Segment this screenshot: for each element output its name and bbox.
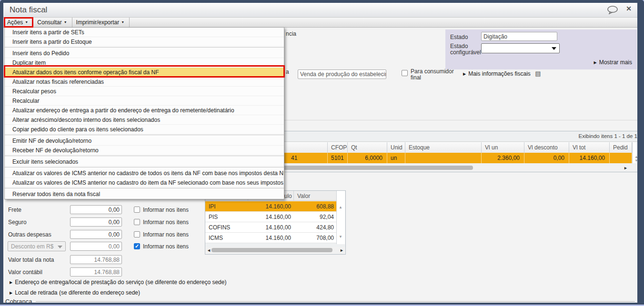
tax-row-ipi[interactable]: IPI 14.160,00 608,88	[205, 201, 337, 212]
tax-row-pis[interactable]: PIS 14.160,00 92,04	[205, 212, 337, 222]
chevron-down-icon: ▼	[64, 20, 67, 24]
scroll-left-icon[interactable]: ◄	[207, 248, 211, 253]
estado-configuravel-select[interactable]	[481, 43, 560, 53]
desconto-informar-checkbox[interactable]	[134, 243, 140, 249]
menu-item-emitir-nf-devolucao[interactable]: Emitir NF de devolução/retorno	[5, 136, 284, 146]
column-header-pedido[interactable]: Pedid	[610, 142, 632, 153]
scrollbar-thumb[interactable]	[211, 248, 332, 252]
outras-despesas-informar-checkbox[interactable]	[134, 231, 140, 237]
menu-item-receber-nf-devolucao[interactable]: Receber NF de devolução/retorno	[5, 146, 284, 155]
titlebar: Nota fiscal ✕	[3, 3, 637, 18]
menu-item-atualizar-nf-referenciadas[interactable]: Atualizar notas fiscais referenciadas	[5, 77, 284, 87]
mais-informacoes-fiscais-link[interactable]: ▶Mais informações fiscais ▤	[463, 70, 541, 77]
seguro-informar-label: Informar nos itens	[143, 219, 189, 226]
menu-item-duplicar-item[interactable]: Duplicar item	[5, 58, 284, 68]
menu-item-inserir-estoque[interactable]: Inserir itens a partir do Estoque	[5, 37, 284, 47]
menu-item-atualizar-dados-itens[interactable]: Atualizar dados dos itens conforme opera…	[5, 68, 284, 77]
items-vertical-scrollbar[interactable]: ▲ ▼	[632, 142, 637, 163]
column-header-estoque[interactable]: Estoque	[405, 142, 482, 153]
consumidor-label-line1: Para consumidor	[411, 68, 454, 75]
cell-unid: un	[387, 153, 405, 163]
page-title: Nota fiscal	[10, 5, 47, 15]
menu-imprimir-label: Imprimir/exportar	[76, 19, 120, 26]
menu-imprimir-button[interactable]: Imprimir/exportar▼	[72, 18, 130, 27]
cell-valor: 92,04	[294, 212, 337, 222]
menubar: Ações▼ Consultar▼ Imprimir/exportar▼	[3, 18, 637, 28]
para-consumidor-final-label: Para consumidor final	[411, 69, 454, 81]
endereco-entrega-link[interactable]: ▶Endereço de entrega/local de prestação …	[10, 279, 226, 286]
menu-item-reservar-todos-itens[interactable]: Reservar todos itens da nota fiscal	[5, 189, 284, 199]
column-header-cfop[interactable]: CFOP	[328, 142, 348, 153]
menu-item-copiar-pedido-cliente[interactable]: Copiar pedido do cliente para os itens s…	[5, 125, 284, 134]
para-consumidor-final-checkbox[interactable]	[402, 70, 408, 76]
scroll-up-icon[interactable]: ▲	[339, 205, 342, 209]
chevron-down-icon: ▼	[121, 20, 124, 24]
impostos-horizontal-scrollbar[interactable]: ◄ ►	[205, 247, 345, 254]
cell-base: 14.160,00	[248, 222, 294, 232]
valor-contabil-input[interactable]: 14.768,88	[70, 267, 122, 276]
window-content: Nota fiscal ✕ Ações▼ Consultar▼	[3, 3, 637, 303]
local-retirada-link[interactable]: ▶Local de retirada (se diferente do ende…	[10, 289, 140, 296]
estado-input[interactable]: Digitação	[481, 32, 557, 41]
close-icon[interactable]: ✕	[626, 5, 632, 12]
column-header-vl-un[interactable]: Vl un	[482, 142, 524, 153]
column-header-vl-tot[interactable]: Vl tot	[569, 142, 610, 153]
menu-item-alterar-acrescimo-desconto[interactable]: Alterar acréscimo/desconto interno dos i…	[5, 115, 284, 125]
acoes-dropdown-menu: Inserir itens a partir de SETs Inserir i…	[4, 27, 284, 199]
comment-bubble-icon[interactable]	[607, 6, 618, 16]
menu-item-recalcular[interactable]: Recalcular	[5, 96, 284, 106]
cell-vl-tot: 14.160,00	[569, 153, 610, 163]
tax-row-cofins[interactable]: COFINS 14.160,00 424,80	[205, 222, 337, 233]
cobranca-section-label: Cobrança	[5, 298, 32, 303]
seguro-input[interactable]: 0,00	[70, 217, 122, 227]
menu-consultar-button[interactable]: Consultar▼	[33, 18, 71, 27]
menu-item-atualizar-endereco-entrega[interactable]: Atualizar endereço de entrega a partir d…	[5, 106, 284, 115]
estado-configuravel-label-line2: configurável	[450, 49, 481, 56]
operacao-fiscal-input[interactable]: Venda de produção do estabelecim	[298, 69, 386, 79]
scroll-down-icon[interactable]: ▼	[634, 158, 637, 163]
cell-estoque	[405, 153, 482, 163]
valor-total-nota-input[interactable]: 14.768,88	[70, 255, 122, 264]
cell-vl-un: 2.360,00	[482, 153, 524, 163]
seguro-informar-checkbox[interactable]	[134, 219, 140, 225]
scroll-right-icon[interactable]: ►	[340, 248, 344, 253]
triangle-right-icon: ▶	[10, 280, 12, 285]
column-header-vl-desconto[interactable]: Vl desconto	[524, 142, 569, 153]
document-icon[interactable]: ▤	[535, 70, 541, 77]
estado-configuravel-value	[482, 45, 484, 52]
mostrar-mais-link[interactable]: ▶Mostrar mais	[594, 59, 633, 66]
estado-label: Estado	[450, 34, 468, 40]
menu-item-inserir-pedido[interactable]: Inserir itens do Pedido	[5, 49, 284, 58]
cell-imposto: PIS	[205, 212, 248, 222]
column-header-unid[interactable]: Unid	[387, 142, 405, 153]
cell-pedido	[610, 153, 632, 163]
local-retirada-label: Local de retirada (se diferente do ender…	[15, 289, 140, 296]
tax-row-icms[interactable]: ICMS 14.160,00 708,00	[205, 233, 337, 243]
menu-item-excluir-itens[interactable]: Excluir itens selecionados	[5, 157, 284, 167]
cell-imposto: ICMS	[205, 233, 248, 243]
scroll-down-icon[interactable]: ▼	[339, 235, 342, 239]
desconto-input[interactable]: 0,00	[70, 242, 122, 251]
triangle-right-icon: ▶	[463, 72, 466, 76]
menu-consultar-label: Consultar	[37, 19, 61, 26]
impostos-vertical-scrollbar[interactable]: ▲ ▼	[336, 191, 345, 244]
scroll-right-icon[interactable]: ►	[624, 166, 628, 170]
menu-item-recalcular-pesos[interactable]: Recalcular pesos	[5, 87, 284, 96]
menu-acoes-button[interactable]: Ações▼	[3, 18, 33, 27]
column-header-qt[interactable]: Qt	[348, 142, 387, 153]
impostos-table-panel: Imposto Base de cálculo Valor IPI 14.160…	[205, 190, 346, 255]
cell-base: 14.160,00	[248, 233, 294, 243]
frete-label: Frete	[8, 207, 21, 213]
outras-despesas-input[interactable]: 0,00	[70, 230, 122, 239]
label-fragment-operacao: a	[286, 69, 289, 75]
consumidor-label-line2: final	[411, 74, 421, 81]
column-header-valor[interactable]: Valor	[294, 191, 337, 200]
cell-valor: 708,00	[294, 233, 337, 243]
desconto-select[interactable]: Desconto em R$	[8, 241, 66, 251]
menu-item-atualizar-icms-todos-itens[interactable]: Atualizar os valores de ICMS anterior no…	[5, 168, 284, 178]
menu-item-inserir-sets[interactable]: Inserir itens a partir de SETs	[5, 28, 284, 37]
menu-item-atualizar-icms-item-selecionado[interactable]: Atualizar os valores de ICMS anterior no…	[5, 178, 284, 188]
valor-total-nota-label: Valor total da nota	[8, 257, 54, 263]
frete-informar-checkbox[interactable]	[134, 207, 140, 213]
frete-input[interactable]: 0,00	[70, 205, 122, 214]
